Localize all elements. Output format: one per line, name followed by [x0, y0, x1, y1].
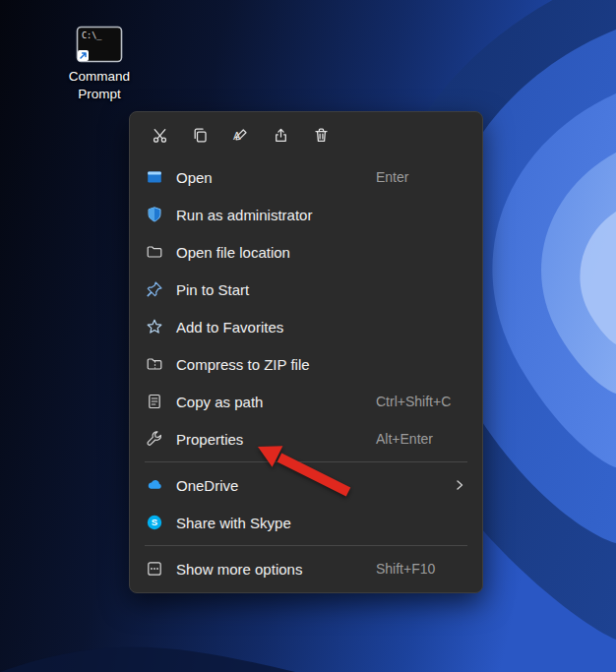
- menu-item-label: Show more options: [176, 561, 302, 578]
- pin-icon: [145, 280, 163, 298]
- menu-item-label: Compress to ZIP file: [176, 356, 310, 373]
- menu-item-shortcut: Shift+F10: [376, 561, 435, 577]
- menu-item-label: Share with Skype: [176, 515, 291, 531]
- folder-icon: [145, 243, 163, 261]
- menu-item-label: Add to Favorites: [176, 319, 283, 336]
- context-menu-toolbar: A: [130, 115, 482, 156]
- menu-item-show-more-options[interactable]: Show more options Shift+F10: [135, 550, 477, 587]
- desktop-icon-label: Command Prompt: [52, 68, 147, 102]
- copy-icon: [192, 127, 209, 147]
- delete-button[interactable]: [303, 121, 339, 152]
- menu-item-label: Pin to Start: [176, 281, 249, 298]
- menu-item-copy-as-path[interactable]: Copy as path Ctrl+Shift+C: [135, 383, 477, 420]
- share-button[interactable]: [263, 121, 298, 152]
- context-menu-list: Open Enter Run as administrator Open fil…: [130, 156, 482, 587]
- admin-shield-icon: [145, 206, 163, 223]
- menu-item-label: Open: [176, 169, 213, 186]
- delete-icon: [313, 127, 330, 147]
- menu-item-shortcut: Ctrl+Shift+C: [376, 394, 451, 409]
- menu-item-label: OneDrive: [176, 477, 238, 494]
- menu-item-label: Run as administrator: [176, 207, 312, 223]
- menu-item-label: Properties: [176, 431, 243, 448]
- shortcut-arrow-overlay: [78, 50, 89, 61]
- open-window-icon: [145, 168, 163, 186]
- rename-button[interactable]: A: [222, 121, 258, 152]
- menu-item-add-to-favorites[interactable]: Add to Favorites: [135, 308, 477, 345]
- chevron-right-icon: [454, 479, 465, 491]
- zip-folder-icon: [145, 355, 163, 373]
- terminal-prompt-text: C:\_: [82, 31, 102, 40]
- onedrive-cloud-icon: [145, 476, 163, 494]
- menu-item-shortcut: Alt+Enter: [376, 431, 433, 447]
- menu-item-compress-to-zip[interactable]: Compress to ZIP file: [135, 345, 477, 383]
- rename-icon: A: [232, 127, 249, 147]
- skype-icon: S: [145, 514, 163, 531]
- menu-item-run-as-administrator[interactable]: Run as administrator: [135, 196, 477, 233]
- menu-item-label: Open file location: [176, 244, 290, 261]
- menu-item-label: Copy as path: [176, 394, 263, 410]
- menu-item-shortcut: Enter: [376, 169, 408, 185]
- star-icon: [145, 318, 163, 336]
- desktop-icon-command-prompt[interactable]: C:\_ Command Prompt: [51, 26, 148, 102]
- menu-item-open[interactable]: Open Enter: [135, 158, 477, 196]
- menu-item-pin-to-start[interactable]: Pin to Start: [135, 271, 477, 308]
- more-options-icon: [145, 560, 163, 578]
- share-icon: [273, 127, 289, 147]
- menu-item-share-with-skype[interactable]: S Share with Skype: [135, 504, 477, 541]
- svg-text:S: S: [151, 517, 156, 527]
- cut-button[interactable]: [142, 121, 177, 152]
- cut-icon: [152, 127, 168, 147]
- menu-separator: [145, 545, 467, 546]
- context-menu: A: [129, 111, 483, 593]
- menu-item-open-file-location[interactable]: Open file location: [135, 233, 477, 271]
- copy-button[interactable]: [182, 121, 217, 152]
- copy-path-icon: [145, 393, 163, 410]
- command-prompt-icon: C:\_: [76, 26, 123, 63]
- annotation-arrow: [244, 433, 362, 504]
- wrench-icon: [145, 430, 163, 448]
